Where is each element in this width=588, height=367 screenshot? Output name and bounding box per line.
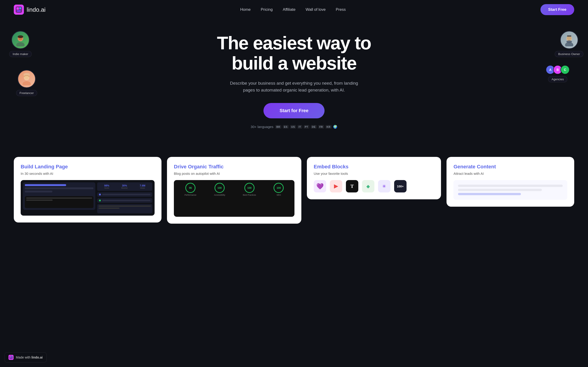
lang-es: ES bbox=[283, 125, 289, 129]
card-landing-title: Build Landing Page bbox=[21, 164, 155, 170]
made-with-badge: Made with lindo.ai bbox=[5, 352, 47, 362]
preview-left-panel bbox=[23, 182, 95, 210]
nav-wall-of-love[interactable]: Wall of love bbox=[306, 7, 326, 12]
feature-cards-section: Build Landing Page In 30 seconds with AI… bbox=[0, 152, 588, 233]
avatar-indie-label: Indie maker bbox=[9, 51, 32, 57]
card-generate-subtitle: Attract leads with AI bbox=[453, 172, 567, 175]
lang-us: US bbox=[290, 125, 296, 129]
stats-row: 98% Score 30% Bounce 7.6M Views bbox=[97, 182, 152, 191]
avatar-freelancer: Freelancer bbox=[16, 70, 37, 96]
made-with-logo-icon bbox=[9, 355, 14, 360]
gen-line-2 bbox=[458, 189, 542, 191]
avatar-indie-img bbox=[11, 31, 30, 49]
hero-title: The easiest way to build a website bbox=[217, 33, 371, 73]
gen-line-1 bbox=[458, 185, 563, 187]
avatar-freelancer-img bbox=[17, 70, 36, 88]
avatar-business-img bbox=[560, 31, 578, 49]
mini-dot-2 bbox=[99, 200, 101, 201]
preview-bar-1 bbox=[25, 187, 94, 189]
score-label-seo: SEO bbox=[277, 194, 281, 196]
gen-line-3 bbox=[458, 193, 521, 195]
nav-press[interactable]: Press bbox=[336, 7, 346, 12]
score-best-practices: 100 Best Practices bbox=[243, 183, 256, 196]
nav-links: Home Pricing Affiliate Wall of love Pres… bbox=[240, 7, 346, 12]
traffic-preview: 96 Performance 100 Accessibility 100 Bes… bbox=[174, 180, 294, 217]
card-traffic-subtitle: Blog posts on autopilot with AI bbox=[174, 172, 294, 175]
avatar-agencies: A B C Agencies bbox=[546, 65, 570, 82]
card-build-landing: Build Landing Page In 30 seconds with AI… bbox=[14, 157, 162, 223]
score-ring-seo: 100 bbox=[274, 183, 284, 193]
agency-avatar-3: C bbox=[561, 65, 570, 74]
score-label-performance: Performance bbox=[184, 194, 196, 196]
svg-rect-3 bbox=[19, 7, 21, 9]
card-landing-subtitle: In 30 seconds with AI bbox=[21, 172, 155, 175]
stat-3: 7.6M Views bbox=[140, 184, 145, 189]
inner-bar-1 bbox=[99, 206, 151, 207]
scores-row: 96 Performance 100 Accessibility 100 Bes… bbox=[177, 183, 292, 196]
inner-bar-2 bbox=[99, 208, 120, 209]
lang-it: IT bbox=[297, 125, 302, 129]
svg-point-17 bbox=[566, 40, 572, 43]
score-accessibility: 100 Accessibility bbox=[214, 183, 225, 196]
languages-row: 30+ languages BR ES US IT PT DE FR KR 🌍 bbox=[251, 125, 337, 129]
mini-text-2 bbox=[102, 200, 150, 201]
lang-pt: PT bbox=[304, 125, 309, 129]
avatar-business-label: Business Owner bbox=[555, 51, 583, 57]
preview-right-panel: 98% Score 30% Bounce 7.6M Views bbox=[97, 182, 152, 213]
heart-icon: 💜 bbox=[314, 180, 326, 192]
card-generate-title: Generate Content bbox=[453, 164, 567, 170]
mini-text-1 bbox=[102, 194, 150, 195]
mini-dot-1 bbox=[99, 194, 101, 195]
globe-icon: 🌍 bbox=[333, 125, 337, 129]
nav-home[interactable]: Home bbox=[240, 7, 251, 12]
avatar-indie-maker: Indie maker bbox=[9, 31, 32, 57]
card-traffic-title: Drive Organic Traffic bbox=[174, 164, 294, 170]
score-ring-best-practices: 100 bbox=[244, 183, 254, 193]
card-landing-preview: 98% Score 30% Bounce 7.6M Views bbox=[21, 180, 155, 216]
score-label-best-practices: Best Practices bbox=[243, 194, 256, 196]
inner-preview-block bbox=[97, 204, 152, 213]
made-with-text: Made with lindo.ai bbox=[16, 356, 43, 359]
avatar-agencies-label: Agencies bbox=[548, 76, 567, 82]
svg-point-8 bbox=[18, 35, 23, 38]
svg-rect-21 bbox=[11, 356, 12, 357]
mini-card-2 bbox=[97, 198, 152, 203]
svg-rect-22 bbox=[10, 358, 12, 359]
languages-prefix: 30+ languages bbox=[251, 125, 273, 129]
score-seo: 100 SEO bbox=[274, 183, 284, 196]
lang-de: DE bbox=[311, 125, 317, 129]
lang-br: BR bbox=[275, 125, 281, 129]
stat-1: 98% Score bbox=[104, 184, 109, 189]
avatar-freelancer-label: Freelancer bbox=[16, 90, 37, 96]
youtube-icon: ▶ bbox=[330, 180, 342, 192]
score-label-accessibility: Accessibility bbox=[214, 194, 225, 196]
nav-affiliate[interactable]: Affiliate bbox=[283, 7, 295, 12]
avatar-business-owner: Business Owner bbox=[555, 31, 583, 57]
embed-icons-row: 💜 ▶ T ◆ ✳ 100+ bbox=[314, 180, 434, 192]
logo-icon bbox=[14, 5, 24, 15]
generate-preview bbox=[453, 180, 567, 200]
score-performance: 96 Performance bbox=[184, 183, 196, 196]
score-ring-performance: 96 bbox=[185, 183, 195, 193]
svg-point-6 bbox=[16, 42, 25, 46]
agencies-avatars: A B C bbox=[546, 65, 570, 74]
generate-lines bbox=[458, 185, 563, 195]
logo-text: lindo.ai bbox=[27, 6, 45, 13]
nav-pricing[interactable]: Pricing bbox=[261, 7, 273, 12]
hero-subtitle: Describe your business and get everythin… bbox=[225, 80, 363, 94]
preview-inner-bar-1 bbox=[26, 198, 92, 199]
navbar-cta-button[interactable]: Start Free bbox=[540, 4, 574, 15]
hero-section: Indie maker Freelancer Busin bbox=[0, 19, 588, 152]
svg-rect-20 bbox=[10, 356, 11, 357]
preview-inner-screen bbox=[25, 196, 94, 208]
card-drive-traffic: Drive Organic Traffic Blog posts on auto… bbox=[167, 157, 301, 224]
hero-cta-button[interactable]: Start for Free bbox=[263, 103, 325, 118]
asterisk-icon: ✳ bbox=[378, 180, 390, 192]
card-embed-blocks: Embed Blocks Use your favorite tools 💜 ▶… bbox=[307, 157, 441, 199]
svg-rect-4 bbox=[17, 10, 21, 12]
card-embed-subtitle: Use your favorite tools bbox=[314, 172, 434, 175]
lang-kr: KR bbox=[326, 125, 332, 129]
logo[interactable]: lindo.ai bbox=[14, 5, 45, 15]
score-ring-accessibility: 100 bbox=[215, 183, 225, 193]
language-badges: BR ES US IT PT DE FR KR 🌍 bbox=[275, 125, 337, 129]
